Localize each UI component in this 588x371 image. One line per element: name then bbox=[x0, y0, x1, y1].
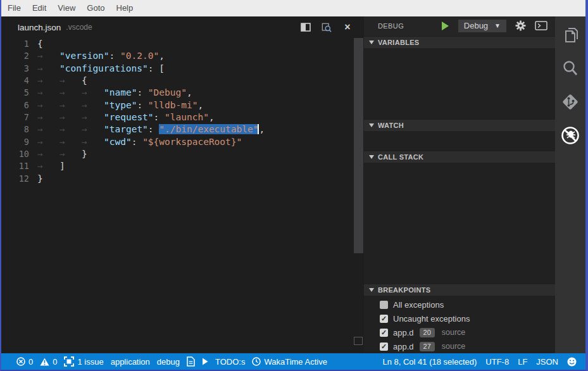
status-todo-s[interactable]: TODO:s bbox=[215, 357, 245, 367]
menu-goto[interactable]: Goto bbox=[81, 0, 110, 16]
smiley-icon[interactable] bbox=[567, 357, 577, 367]
code-line[interactable]: 2→"version": "0.2.0", bbox=[1, 50, 353, 62]
status-lf[interactable]: LF bbox=[518, 357, 527, 367]
line-content[interactable]: →→} bbox=[37, 148, 87, 160]
search-icon[interactable] bbox=[560, 58, 580, 79]
chevron-down-icon: ▼ bbox=[494, 22, 501, 29]
code-line[interactable]: 3→"configurations": [ bbox=[1, 63, 353, 75]
section-call-stack[interactable]: CALL STACK bbox=[364, 151, 555, 163]
editor-scrollbar[interactable] bbox=[353, 38, 364, 353]
menu-help[interactable]: Help bbox=[111, 0, 139, 16]
start-debug-icon[interactable] bbox=[441, 21, 449, 31]
line-number[interactable]: 12 bbox=[1, 173, 29, 185]
status-ln-8-col-41-18-selected[interactable]: Ln 8, Col 41 (18 selected) bbox=[382, 357, 477, 367]
checkbox-checked[interactable]: ✓ bbox=[380, 343, 388, 351]
breakpoint-label: app.d bbox=[393, 328, 414, 337]
breakpoint-label: All exceptions bbox=[393, 300, 444, 310]
files-icon[interactable] bbox=[560, 25, 580, 45]
menu-view[interactable]: View bbox=[52, 0, 81, 16]
activity-bar bbox=[555, 16, 585, 353]
debug-config-dropdown[interactable]: Debug ▼ bbox=[458, 20, 506, 32]
code-line[interactable]: 7→→→"request": "launch", bbox=[1, 111, 353, 123]
section-watch[interactable]: WATCH bbox=[364, 119, 555, 131]
line-content[interactable]: →"version": "0.2.0", bbox=[37, 50, 165, 62]
git-icon[interactable] bbox=[560, 92, 580, 112]
code-line[interactable]: 10→→} bbox=[1, 148, 353, 160]
code-token: { bbox=[37, 39, 43, 49]
tab-filename[interactable]: launch.json bbox=[18, 23, 61, 32]
line-number[interactable]: 9 bbox=[1, 136, 29, 148]
code-line[interactable]: 12} bbox=[1, 173, 353, 185]
line-number[interactable]: 11 bbox=[1, 160, 29, 172]
issues-icon[interactable]: 1 issue bbox=[64, 356, 103, 367]
breakpoint-label: app.d bbox=[393, 342, 414, 351]
code-line[interactable]: 8→→→"target": "./bin/executable", bbox=[1, 123, 353, 135]
line-content[interactable]: →→→"target": "./bin/executable", bbox=[37, 123, 265, 135]
code-token: ] bbox=[59, 161, 65, 171]
debug-icon[interactable] bbox=[560, 125, 580, 146]
tab-whitespace-arrow-icon: → bbox=[59, 75, 82, 87]
code-token: , bbox=[187, 87, 192, 97]
line-content[interactable]: →→→"request": "launch", bbox=[37, 111, 215, 123]
status-debug[interactable]: debug bbox=[157, 357, 180, 367]
call-stack-body[interactable] bbox=[364, 163, 555, 284]
breakpoints-body: All exceptions✓Uncaught exceptions✓app.d… bbox=[364, 296, 555, 353]
status-json[interactable]: JSON bbox=[536, 357, 558, 367]
tab-whitespace-arrow-icon: → bbox=[37, 75, 59, 87]
line-content[interactable]: →→→"type": "lldb-mi", bbox=[37, 99, 203, 111]
line-number[interactable]: 5 bbox=[1, 87, 29, 99]
breakpoint-row[interactable]: All exceptions bbox=[364, 298, 555, 311]
warning-icon[interactable]: 0 bbox=[40, 357, 57, 367]
code-line[interactable]: 11→] bbox=[1, 160, 353, 172]
line-number[interactable]: 4 bbox=[1, 75, 29, 87]
breakpoint-row[interactable]: ✓app.d27source bbox=[364, 339, 555, 353]
open-preview-icon[interactable] bbox=[322, 22, 332, 32]
code-line[interactable]: 9→→→"cwd": "${workspaceRoot}" bbox=[1, 136, 353, 148]
tab-whitespace-arrow-icon: → bbox=[59, 99, 82, 111]
status-utf-8[interactable]: UTF-8 bbox=[485, 357, 509, 367]
section-breakpoints[interactable]: BREAKPOINTS bbox=[364, 284, 555, 296]
breakpoint-row[interactable]: ✓Uncaught exceptions bbox=[364, 311, 555, 325]
line-number[interactable]: 3 bbox=[1, 63, 29, 75]
gear-icon[interactable] bbox=[515, 20, 526, 31]
line-content[interactable]: { bbox=[37, 38, 43, 50]
line-number[interactable]: 10 bbox=[1, 148, 29, 160]
code-line[interactable]: 5→→→"name": "Debug", bbox=[1, 87, 353, 99]
line-number[interactable]: 8 bbox=[1, 123, 29, 135]
breakpoint-line-badge: 27 bbox=[420, 342, 435, 351]
scrollbar-thumb[interactable] bbox=[354, 38, 363, 253]
breakpoint-row[interactable]: ✓app.d20source bbox=[364, 325, 555, 339]
code-line[interactable]: 6→→→"type": "lldb-mi", bbox=[1, 99, 353, 111]
checkbox-checked[interactable]: ✓ bbox=[380, 329, 388, 337]
close-icon[interactable]: × bbox=[342, 22, 353, 32]
line-number[interactable]: 1 bbox=[1, 38, 29, 50]
play-icon[interactable] bbox=[202, 358, 208, 365]
code-token: } bbox=[82, 149, 87, 159]
error-icon[interactable]: 0 bbox=[16, 357, 33, 367]
watch-body[interactable] bbox=[364, 131, 555, 151]
line-content[interactable]: } bbox=[37, 173, 43, 185]
checkbox-unchecked[interactable] bbox=[380, 301, 388, 309]
menu-edit[interactable]: Edit bbox=[27, 0, 52, 16]
menu-file[interactable]: File bbox=[2, 0, 27, 16]
line-number[interactable]: 6 bbox=[1, 99, 29, 111]
line-content[interactable]: →→→"cwd": "${workspaceRoot}" bbox=[37, 136, 242, 148]
line-content[interactable]: →] bbox=[37, 160, 65, 172]
section-variables[interactable]: VARIABLES bbox=[364, 36, 555, 48]
variables-body[interactable] bbox=[364, 48, 555, 119]
checkbox-checked[interactable]: ✓ bbox=[380, 315, 388, 323]
line-content[interactable]: →"configurations": [ bbox=[37, 63, 165, 75]
line-number[interactable]: 7 bbox=[1, 111, 29, 123]
file-icon[interactable] bbox=[187, 356, 195, 367]
status-label: UTF-8 bbox=[485, 357, 509, 367]
code-editor[interactable]: 1{2→"version": "0.2.0",3→"configurations… bbox=[1, 38, 353, 353]
split-editor-icon[interactable] bbox=[301, 22, 311, 32]
line-content[interactable]: →→→"name": "Debug", bbox=[37, 87, 192, 99]
line-number[interactable]: 2 bbox=[1, 50, 29, 62]
code-line[interactable]: 4→→{ bbox=[1, 75, 353, 87]
debug-console-icon[interactable] bbox=[535, 21, 547, 30]
status-application[interactable]: application bbox=[111, 357, 150, 367]
line-content[interactable]: →→{ bbox=[37, 75, 87, 87]
code-line[interactable]: 1{ bbox=[1, 38, 353, 50]
clock-icon[interactable]: WakaTime Active bbox=[252, 357, 327, 367]
